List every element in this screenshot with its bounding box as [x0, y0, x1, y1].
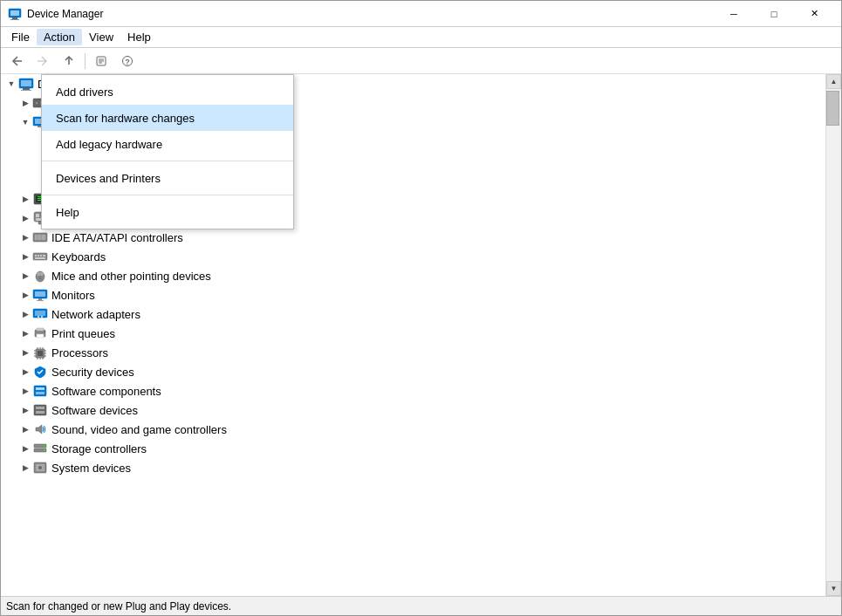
scroll-down-button[interactable]: ▼ [826, 581, 841, 596]
mice-label: Mice and other pointing devices [51, 270, 211, 283]
svg-rect-2 [12, 17, 17, 19]
ide-expander: ▶ [18, 230, 32, 244]
menu-view[interactable]: View [82, 29, 120, 45]
sw-devices-label: Software devices [51, 404, 138, 417]
dropdown-item-add-drivers[interactable]: Add drivers [42, 79, 293, 105]
svg-point-96 [38, 466, 42, 469]
status-bar: Scan for changed or new Plug and Play de… [1, 596, 841, 615]
print-expander: ▶ [18, 326, 32, 340]
status-text: Scan for changed or new Plug and Play de… [6, 600, 231, 613]
keyboards-label: Keyboards [51, 250, 106, 264]
menu-help[interactable]: Help [120, 29, 158, 45]
svg-rect-3 [10, 19, 19, 20]
sound-icon [32, 422, 48, 436]
scroll-thumb[interactable] [826, 91, 839, 126]
action-dropdown-menu: Add drivers Scan for hardware changes Ad… [41, 74, 294, 229]
forward-button[interactable] [31, 50, 55, 72]
monitors-icon [32, 288, 48, 302]
root-icon [18, 77, 34, 91]
scroll-up-button[interactable]: ▲ [826, 74, 841, 89]
list-item[interactable]: ▶ Mice and other pointing devices [1, 266, 825, 285]
svg-point-92 [44, 445, 45, 447]
system-expander: ▶ [18, 461, 32, 475]
svg-rect-69 [44, 332, 45, 332]
firmware-expander: ▶ [18, 192, 32, 206]
svg-rect-60 [38, 298, 42, 300]
dropdown-item-add-legacy[interactable]: Add legacy hardware [42, 131, 293, 157]
properties-button[interactable] [89, 50, 113, 72]
svg-rect-86 [36, 392, 44, 394]
menu-action[interactable]: Action [37, 29, 82, 45]
storage-icon [32, 441, 48, 455]
svg-point-57 [39, 277, 41, 279]
monitors-expander: ▶ [18, 288, 32, 302]
storage-label: Storage controllers [51, 442, 147, 455]
keyboards-expander: ▶ [18, 250, 32, 264]
processors-expander: ▶ [18, 346, 32, 359]
menu-bar: File Action View Help Add drivers Scan f… [1, 27, 841, 48]
list-item[interactable]: ▶ Software devices [1, 400, 825, 420]
dropdown-item-help[interactable]: Help [42, 199, 293, 225]
list-item[interactable]: ▶ Sound, video and game controllers [1, 420, 825, 439]
dropdown-item-devices-printers[interactable]: Devices and Printers [42, 165, 293, 191]
svg-rect-61 [37, 300, 44, 301]
list-item[interactable]: ▶ Storage controllers [1, 439, 825, 458]
dropdown-separator-1 [42, 161, 293, 161]
svg-rect-52 [43, 255, 45, 257]
disk-drives-expander: ▶ [18, 96, 32, 110]
device-manager-window: Device Manager ─ □ ✕ File Action View He… [0, 0, 842, 616]
mice-expander: ▶ [18, 269, 32, 283]
dropdown-item-scan-hardware[interactable]: Scan for hardware changes [42, 105, 293, 131]
title-bar: Device Manager ─ □ ✕ [1, 1, 841, 27]
svg-rect-53 [35, 257, 45, 259]
close-button[interactable]: ✕ [794, 1, 834, 27]
svg-point-93 [44, 449, 45, 451]
svg-rect-1 [10, 10, 19, 16]
network-label: Network adapters [51, 308, 140, 321]
svg-rect-40 [36, 214, 39, 217]
dropdown-separator-2 [42, 195, 293, 195]
system-label: System devices [51, 462, 131, 475]
up-button[interactable] [57, 50, 81, 72]
svg-rect-45 [35, 235, 45, 240]
storage-expander: ▶ [18, 441, 32, 455]
list-item[interactable]: ▶ Network adapters [1, 305, 825, 324]
list-item[interactable]: ▶ Print queues [1, 324, 825, 343]
list-item[interactable]: ▶ Monitors [1, 285, 825, 305]
list-item[interactable]: ▶ Keyboards [1, 247, 825, 266]
network-expander: ▶ [18, 307, 32, 321]
root-expander: ▼ [4, 77, 18, 91]
list-item[interactable]: ▶ Processors [1, 343, 825, 362]
print-icon [32, 326, 48, 340]
network-icon [32, 307, 48, 321]
list-item[interactable]: ▶ Security devices [1, 362, 825, 381]
window-title: Device Manager [27, 8, 714, 20]
svg-rect-89 [36, 411, 44, 414]
hid-expander: ▶ [18, 211, 32, 225]
svg-rect-71 [38, 351, 43, 356]
sound-label: Sound, video and game controllers [51, 423, 227, 436]
list-item[interactable]: ▶ System devices [1, 458, 825, 477]
help-button[interactable]: ? [115, 50, 140, 72]
list-item[interactable]: ▶ Software components [1, 381, 825, 400]
sw-components-expander: ▶ [18, 384, 32, 398]
svg-rect-68 [37, 334, 44, 338]
svg-rect-59 [35, 291, 45, 297]
menu-file[interactable]: File [4, 29, 37, 45]
svg-rect-67 [37, 328, 44, 331]
svg-rect-14 [23, 88, 30, 90]
maximize-button[interactable]: □ [754, 1, 794, 27]
svg-text:?: ? [125, 58, 130, 66]
print-label: Print queues [51, 327, 115, 340]
sound-expander: ▶ [18, 422, 32, 436]
minimize-button[interactable]: ─ [714, 1, 754, 27]
app-icon [8, 7, 22, 21]
vertical-scrollbar[interactable]: ▲ ▼ [826, 74, 841, 596]
security-label: Security devices [51, 366, 134, 379]
svg-point-17 [35, 101, 38, 105]
toolbar-separator [85, 53, 86, 69]
ide-label: IDE ATA/ATAPI controllers [51, 231, 183, 244]
svg-rect-50 [38, 255, 39, 257]
list-item[interactable]: ▶ IDE ATA/ATAPI controllers [1, 228, 825, 247]
back-button[interactable] [4, 50, 29, 72]
